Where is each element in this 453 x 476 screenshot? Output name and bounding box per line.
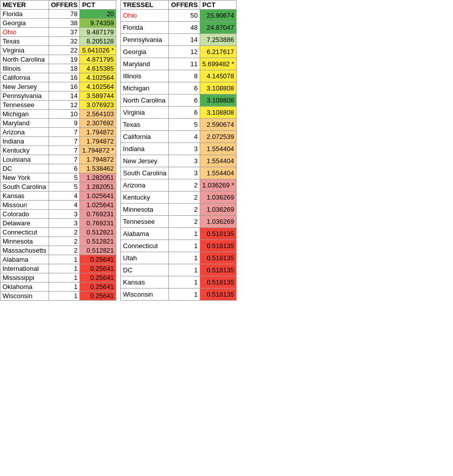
offers-cell: 16 — [49, 82, 80, 91]
table-row: Utah10.518135 — [121, 252, 237, 264]
meyer-header-offers: OFFERS — [49, 1, 80, 10]
pct-cell: 3.108808 — [200, 107, 237, 119]
state-cell: South Carolina — [121, 167, 169, 179]
table-row: North Carolina194.871795 — [1, 55, 116, 64]
table-row: Massachusetts20.512821 — [1, 246, 116, 255]
offers-cell: 1 — [49, 282, 80, 292]
pct-cell: 1.554404 — [200, 167, 237, 179]
offers-cell: 1 — [169, 240, 200, 252]
state-cell: Maryland — [1, 119, 49, 128]
state-cell: International — [1, 264, 49, 273]
table-row: South Carolina31.554404 — [121, 167, 237, 179]
pct-cell: 0.518135 — [200, 240, 237, 252]
table-row: DC10.518135 — [121, 264, 237, 276]
pct-cell: 3.076923 — [80, 101, 116, 110]
state-cell: Colorado — [1, 210, 49, 219]
offers-cell: 1 — [169, 264, 200, 276]
offers-cell: 5 — [169, 119, 200, 131]
state-cell: California — [121, 131, 169, 143]
offers-cell: 14 — [169, 34, 200, 46]
state-cell: New Jersey — [121, 155, 169, 167]
offers-cell: 2 — [49, 228, 80, 237]
offers-cell: 5 — [49, 182, 80, 192]
table-row: Arizona71.794872 — [1, 128, 116, 137]
offers-cell: 16 — [49, 73, 80, 82]
offers-cell: 3 — [169, 143, 200, 155]
table-row: Indiana31.554404 — [121, 143, 237, 155]
pct-cell: 9.487179 — [80, 28, 116, 37]
table-row: Florida4824.87047 — [121, 22, 237, 34]
pct-cell: 2.307692 — [80, 119, 116, 128]
table-row: South Carolina51.282051 — [1, 182, 116, 192]
pct-cell: 0.518135 — [200, 264, 237, 276]
pct-cell: 0.769231 — [80, 210, 116, 219]
state-cell: South Carolina — [1, 182, 49, 192]
pct-cell: 0.25641 — [80, 264, 116, 273]
tressel-header-state: TRESSEL — [121, 1, 169, 10]
tressel-header-offers: OFFERS — [169, 1, 200, 10]
offers-cell: 2 — [169, 216, 200, 228]
offers-cell: 4 — [49, 201, 80, 210]
offers-cell: 2 — [169, 179, 200, 192]
offers-cell: 2 — [169, 204, 200, 216]
offers-cell: 2 — [49, 246, 80, 255]
state-cell: Utah — [121, 252, 169, 264]
pct-cell: 1.036269 * — [200, 179, 237, 192]
table-row: California164.102564 — [1, 73, 116, 82]
offers-cell: 6 — [49, 164, 80, 173]
pct-cell: 4.102564 — [80, 73, 116, 82]
offers-cell: 2 — [169, 192, 200, 204]
table-row: Michigan63.108808 — [121, 82, 237, 94]
table-row: Delaware30.769231 — [1, 219, 116, 228]
state-cell: Illinois — [121, 70, 169, 82]
table-row: Connecticut10.518135 — [121, 240, 237, 252]
state-cell: Kansas — [1, 192, 49, 201]
offers-cell: 14 — [49, 91, 80, 101]
table-row: Minnesota20.512821 — [1, 237, 116, 246]
state-cell: Texas — [121, 119, 169, 131]
table-row: Mississippi10.25641 — [1, 273, 116, 282]
state-cell: North Carolina — [1, 55, 49, 64]
offers-cell: 48 — [169, 22, 200, 34]
tressel-table: TRESSEL OFFERS PCT Ohio5025.90674Florida… — [120, 0, 237, 301]
offers-cell: 1 — [169, 289, 200, 301]
state-cell: Indiana — [1, 137, 49, 146]
table-row: Kentucky71.794872 * — [1, 146, 116, 155]
table-row: Texas52.590674 — [121, 119, 237, 131]
table-row: Alabama10.25641 — [1, 255, 116, 264]
table-row: New Jersey164.102564 — [1, 82, 116, 91]
offers-cell: 6 — [169, 107, 200, 119]
offers-cell: 37 — [49, 28, 80, 37]
offers-cell: 1 — [169, 276, 200, 289]
state-cell: Georgia — [121, 46, 169, 58]
pct-cell: 25.90674 — [200, 10, 237, 22]
table-row: California42.072539 — [121, 131, 237, 143]
table-row: Virginia225.641026 * — [1, 46, 116, 55]
table-row: Minnesota21.036269 — [121, 204, 237, 216]
state-cell: California — [1, 73, 49, 82]
table-row: Louisiana71.794872 — [1, 155, 116, 164]
table-row: Florida7820 — [1, 10, 116, 19]
table-row: Illinois184.615385 — [1, 64, 116, 73]
pct-cell: 4.615385 — [80, 64, 116, 73]
state-cell: Pennsylvania — [121, 34, 169, 46]
table-row: Kansas10.518135 — [121, 276, 237, 289]
table-row: Colorado30.769231 — [1, 210, 116, 219]
pct-cell: 2.564103 — [80, 110, 116, 119]
state-cell: DC — [121, 264, 169, 276]
state-cell: Georgia — [1, 19, 49, 28]
pct-cell: 1.036269 — [200, 192, 237, 204]
pct-cell: 0.518135 — [200, 252, 237, 264]
state-cell: Illinois — [1, 64, 49, 73]
state-cell: Kentucky — [121, 192, 169, 204]
table-row: New Jersey31.554404 — [121, 155, 237, 167]
pct-cell: 1.282051 — [80, 182, 116, 192]
offers-cell: 9 — [49, 119, 80, 128]
table-row: Wisconsin10.25641 — [1, 292, 116, 301]
table-row: Texas328.205128 — [1, 37, 116, 46]
pct-cell: 5.699482 * — [200, 58, 237, 70]
table-row: Virginia63.108808 — [121, 107, 237, 119]
state-cell: Mississippi — [1, 273, 49, 282]
state-cell: Ohio — [121, 10, 169, 22]
offers-cell: 3 — [169, 167, 200, 179]
